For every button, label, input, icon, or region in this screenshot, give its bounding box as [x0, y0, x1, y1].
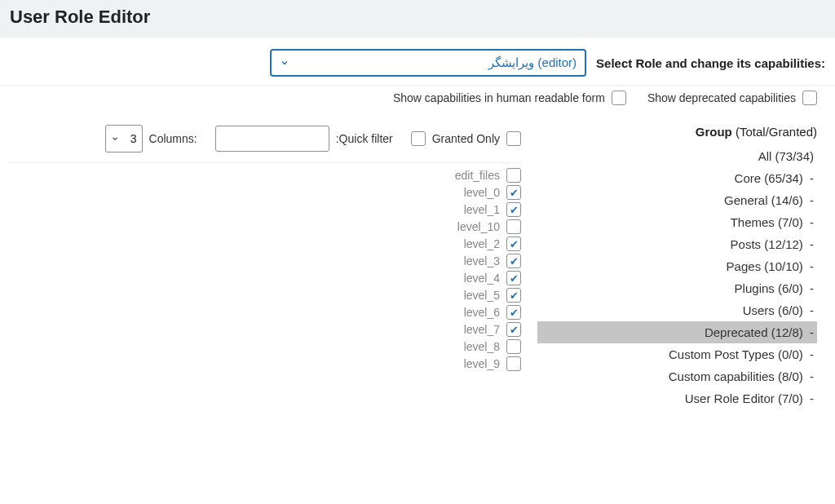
group-item[interactable]: User Role Editor (7/0) -: [537, 387, 817, 409]
group-item[interactable]: Custom capabilities (8/0) -: [537, 365, 817, 387]
capability-checkbox[interactable]: [506, 237, 521, 251]
capability-row: edit_files: [455, 168, 521, 183]
main-area: Group (Total/Granted) All (73/34)Core (6…: [0, 117, 835, 426]
group-item-label: Custom capabilities (8/0): [669, 369, 803, 383]
chevron-down-icon: [280, 58, 289, 68]
group-item-label: Plugins (6/0): [735, 281, 803, 295]
filter-row: Granted Only Quick filter: :Columns 3: [8, 125, 521, 163]
capability-label: level_0: [464, 186, 500, 199]
group-item-dash: -: [803, 259, 814, 273]
capability-row: level_5: [464, 288, 521, 303]
capability-label: level_4: [464, 272, 500, 285]
capability-checkbox[interactable]: [506, 339, 521, 354]
group-item[interactable]: All (73/34): [537, 145, 817, 167]
capability-label: level_3: [464, 254, 500, 267]
group-item-dash: -: [803, 237, 814, 251]
capability-row: level_8: [464, 339, 521, 354]
group-item[interactable]: Plugins (6/0) -: [537, 277, 817, 299]
select-role-label: :Select Role and change its capabilities: [596, 56, 825, 70]
group-item[interactable]: Custom Post Types (0/0) -: [537, 343, 817, 365]
capability-checkbox[interactable]: [506, 322, 521, 337]
capability-label: level_6: [464, 306, 500, 319]
capabilities-column: Granted Only Quick filter: :Columns 3 ed…: [0, 117, 529, 426]
granted-only-checkbox-extra[interactable]: [506, 131, 521, 146]
capability-row: level_3: [464, 254, 521, 268]
page-title: User Role Editor: [10, 7, 825, 28]
capability-label: level_8: [464, 340, 500, 353]
capability-label: level_7: [464, 323, 500, 336]
role-select-value: ویرایشگر (editor): [488, 55, 577, 70]
capability-checkbox[interactable]: [506, 168, 521, 183]
group-item[interactable]: Themes (7/0) -: [537, 211, 817, 233]
capability-row: level_4: [464, 271, 521, 285]
capability-label: edit_files: [455, 169, 500, 182]
group-item-label: Users (6/0): [743, 303, 803, 317]
columns-value: 3: [130, 132, 137, 145]
group-item-dash: -: [803, 215, 814, 229]
page-header: User Role Editor: [0, 0, 835, 38]
top-options-row: Show deprecated capabilities Show capabi…: [0, 86, 835, 117]
group-item-dash: -: [803, 391, 814, 405]
capability-label: level_5: [464, 289, 500, 302]
group-item-dash: -: [803, 347, 814, 361]
capability-checkbox[interactable]: [506, 254, 521, 268]
group-item-dash: -: [803, 325, 814, 339]
columns-option: :Columns 3: [105, 125, 197, 153]
columns-label: :Columns: [149, 132, 197, 145]
human-readable-label: Show capabilities in human readable form: [393, 91, 605, 104]
capability-row: level_7: [464, 322, 521, 337]
quick-filter-label: Quick filter:: [336, 132, 393, 145]
capability-row: level_6: [464, 305, 521, 320]
capability-checkbox[interactable]: [506, 356, 521, 371]
group-item-label: User Role Editor (7/0): [685, 391, 803, 405]
capability-checkbox[interactable]: [506, 219, 521, 234]
group-item-label: Custom Post Types (0/0): [669, 347, 803, 361]
columns-select[interactable]: 3: [105, 125, 143, 153]
group-item-label: General (14/6): [724, 193, 803, 207]
capability-checkbox[interactable]: [506, 185, 521, 200]
capability-checkbox[interactable]: [506, 305, 521, 320]
capability-row: level_0: [464, 185, 521, 200]
capability-checkbox[interactable]: [506, 202, 521, 217]
capability-row: level_1: [464, 202, 521, 217]
deprecated-label: Show deprecated capabilities: [647, 91, 796, 104]
deprecated-checkbox[interactable]: [802, 91, 817, 105]
group-item[interactable]: Users (6/0) -: [537, 299, 817, 321]
chevron-down-icon: [111, 135, 119, 143]
group-item-label: Pages (10/10): [727, 259, 803, 273]
granted-only-option[interactable]: Granted Only: [411, 131, 521, 146]
quick-filter-input[interactable]: [215, 126, 329, 152]
group-item-label: Themes (7/0): [731, 215, 803, 229]
group-item-label: Deprecated (12/8): [705, 325, 803, 339]
group-item-label: Core (65/34): [735, 171, 803, 185]
capability-row: level_9: [464, 356, 521, 371]
group-item-dash: -: [803, 281, 814, 295]
capability-label: level_1: [464, 203, 500, 216]
granted-only-label: Granted Only: [432, 132, 500, 145]
groups-column: Group (Total/Granted) All (73/34)Core (6…: [529, 117, 835, 426]
group-item[interactable]: General (14/6) -: [537, 189, 817, 211]
human-readable-option[interactable]: Show capabilities in human readable form: [393, 91, 626, 105]
capabilities-list: edit_fileslevel_0level_1level_10level_2l…: [8, 168, 521, 371]
deprecated-option[interactable]: Show deprecated capabilities: [647, 91, 817, 105]
capability-label: level_10: [457, 220, 500, 233]
granted-only-checkbox[interactable]: [411, 131, 426, 146]
group-item-dash: -: [803, 171, 814, 185]
group-item-label: All (73/34): [758, 149, 814, 163]
human-readable-checkbox[interactable]: [612, 91, 626, 105]
group-item[interactable]: Pages (10/10) -: [537, 255, 817, 277]
capability-row: level_2: [464, 237, 521, 251]
group-item[interactable]: Posts (12/12) -: [537, 233, 817, 255]
capability-label: level_2: [464, 237, 500, 250]
capability-checkbox[interactable]: [506, 288, 521, 303]
group-item-label: Posts (12/12): [731, 237, 803, 251]
group-item[interactable]: Core (65/34) -: [537, 167, 817, 189]
group-item-dash: -: [803, 193, 814, 207]
role-select[interactable]: ویرایشگر (editor): [270, 49, 586, 77]
capability-row: level_10: [457, 219, 521, 234]
quick-filter: Quick filter:: [215, 126, 393, 152]
capability-label: level_9: [464, 357, 500, 370]
group-item[interactable]: Deprecated (12/8) -: [537, 321, 817, 343]
group-item-dash: -: [803, 369, 814, 383]
capability-checkbox[interactable]: [506, 271, 521, 285]
